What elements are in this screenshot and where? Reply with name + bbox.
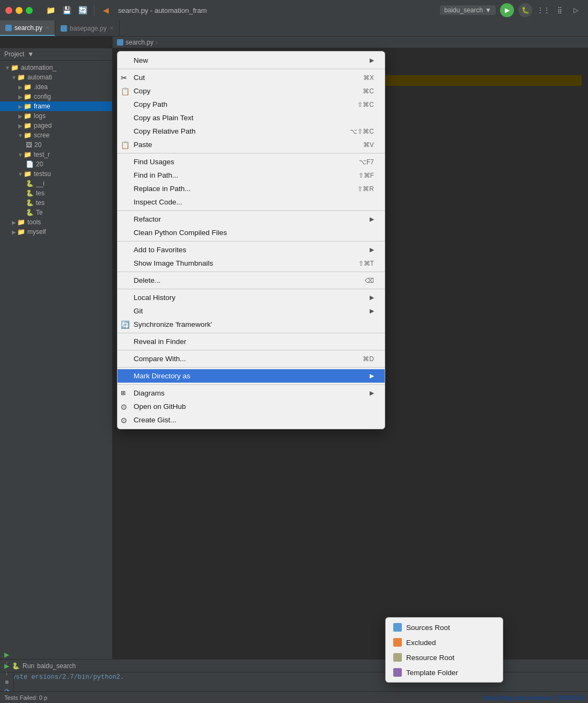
menu-item-inspect[interactable]: Inspect Code... xyxy=(117,195,385,209)
menu-item-paste[interactable]: 📋 Paste ⌘V xyxy=(117,138,385,151)
menu-label-open-github: Open on GitHub xyxy=(134,402,186,411)
shortcut-compare: ⌘D xyxy=(352,355,374,363)
menu-label-diagrams: Diagrams xyxy=(134,389,165,397)
copy-icon: 📋 xyxy=(121,87,130,96)
menu-item-copy[interactable]: 📋 Copy ⌘C xyxy=(117,84,385,98)
submenu-item-excluded[interactable]: Excluded xyxy=(386,635,503,650)
menu-sep-1 xyxy=(117,69,385,69)
menu-label-delete: Delete... xyxy=(134,276,160,284)
shortcut-delete: ⌫ xyxy=(354,277,374,284)
menu-label-copy: Copy xyxy=(134,87,151,95)
shortcut-thumbnails: ⇧⌘T xyxy=(348,260,374,267)
github-icon-gist: ⊙ xyxy=(121,416,127,424)
diagram-icon: ⊞ xyxy=(121,390,126,397)
submenu-arrow-refactor: ▶ xyxy=(370,216,374,223)
menu-sep-2 xyxy=(117,153,385,153)
submenu-label-sources-root: Sources Root xyxy=(406,624,450,632)
submenu-arrow-mark-dir: ▶ xyxy=(370,372,374,379)
submenu-arrow-favorites: ▶ xyxy=(370,246,374,253)
menu-item-copy-relative[interactable]: Copy Relative Path ⌥⇧⌘C xyxy=(117,125,385,138)
menu-sep-7 xyxy=(117,333,385,333)
menu-item-copy-path[interactable]: Copy Path ⇧⌘C xyxy=(117,98,385,111)
cut-icon: ✂ xyxy=(121,74,127,82)
menu-sep-5 xyxy=(117,272,385,272)
menu-sep-10 xyxy=(117,384,385,385)
submenu-label-resource-root: Resource Root xyxy=(406,654,454,662)
menu-sep-9 xyxy=(117,367,385,368)
menu-label-local-history: Local History xyxy=(134,294,175,302)
paste-icon: 📋 xyxy=(121,141,130,149)
menu-label-copy-path: Copy Path xyxy=(134,100,167,108)
context-menu-overlay: New ▶ ✂ Cut ⌘X 📋 Copy ⌘C Copy Path ⇧⌘C C… xyxy=(0,0,588,703)
menu-item-clean[interactable]: Clean Python Compiled Files xyxy=(117,226,385,239)
menu-item-synchronize[interactable]: 🔄 Synchronize 'framework' xyxy=(117,318,385,331)
submenu-arrow-new: ▶ xyxy=(370,57,374,64)
menu-item-open-github[interactable]: ⊙ Open on GitHub xyxy=(117,400,385,413)
menu-item-refactor[interactable]: Refactor ▶ xyxy=(117,213,385,226)
github-icon-open: ⊙ xyxy=(121,402,127,411)
menu-item-find-usages[interactable]: Find Usages ⌥F7 xyxy=(117,155,385,169)
menu-sep-8 xyxy=(117,350,385,350)
shortcut-cut: ⌘X xyxy=(352,74,374,82)
submenu-arrow-local-history: ▶ xyxy=(370,294,374,301)
menu-label-copy-relative: Copy Relative Path xyxy=(134,127,196,135)
menu-sep-6 xyxy=(117,289,385,289)
menu-item-copy-plain[interactable]: Copy as Plain Text xyxy=(117,111,385,125)
menu-label-compare: Compare With... xyxy=(134,355,186,363)
menu-item-new[interactable]: New ▶ xyxy=(117,54,385,67)
menu-item-local-history[interactable]: Local History ▶ xyxy=(117,291,385,304)
menu-label-inspect: Inspect Code... xyxy=(134,198,182,206)
menu-item-git[interactable]: Git ▶ xyxy=(117,304,385,318)
menu-label-find-usages: Find Usages xyxy=(134,158,174,166)
submenu-mark-dir[interactable]: Sources Root Excluded Resource Root Temp… xyxy=(385,617,503,683)
menu-label-thumbnails: Show Image Thumbnails xyxy=(134,259,213,267)
menu-sep-3 xyxy=(117,210,385,211)
submenu-label-excluded: Excluded xyxy=(406,639,436,647)
submenu-item-resource-root[interactable]: Resource Root xyxy=(386,650,503,665)
menu-item-favorites[interactable]: Add to Favorites ▶ xyxy=(117,243,385,257)
submenu-arrow-diagrams: ▶ xyxy=(370,390,374,397)
menu-label-mark-dir: Mark Directory as xyxy=(134,372,190,380)
menu-item-delete[interactable]: Delete... ⌫ xyxy=(117,274,385,287)
shortcut-find-path: ⇧⌘F xyxy=(348,172,374,179)
menu-sep-4 xyxy=(117,241,385,241)
menu-item-mark-dir[interactable]: Mark Directory as ▶ xyxy=(117,369,385,383)
menu-label-refactor: Refactor xyxy=(134,215,161,223)
menu-item-replace-path[interactable]: Replace in Path... ⇧⌘R xyxy=(117,182,385,195)
submenu-label-template-folder: Template Folder xyxy=(406,669,458,677)
shortcut-replace-path: ⇧⌘R xyxy=(347,185,374,193)
menu-item-find-path[interactable]: Find in Path... ⇧⌘F xyxy=(117,169,385,182)
menu-label-new: New xyxy=(134,56,148,64)
excluded-icon xyxy=(393,638,402,647)
menu-item-reveal[interactable]: Reveal in Finder xyxy=(117,335,385,348)
menu-label-paste: Paste xyxy=(134,141,152,149)
shortcut-paste: ⌘V xyxy=(352,141,374,149)
menu-label-create-gist: Create Gist... xyxy=(134,416,177,424)
menu-item-diagrams[interactable]: ⊞ Diagrams ▶ xyxy=(117,386,385,400)
menu-item-cut[interactable]: ✂ Cut ⌘X xyxy=(117,71,385,84)
menu-item-thumbnails[interactable]: Show Image Thumbnails ⇧⌘T xyxy=(117,257,385,270)
menu-label-clean: Clean Python Compiled Files xyxy=(134,229,227,237)
menu-label-git: Git xyxy=(134,307,143,315)
template-folder-icon xyxy=(393,668,402,677)
menu-label-favorites: Add to Favorites xyxy=(134,246,186,254)
menu-label-replace-path: Replace in Path... xyxy=(134,185,191,193)
menu-label-copy-plain: Copy as Plain Text xyxy=(134,114,194,122)
menu-label-find-path: Find in Path... xyxy=(134,171,178,179)
shortcut-copy-path: ⇧⌘C xyxy=(347,101,374,108)
menu-item-compare[interactable]: Compare With... ⌘D xyxy=(117,352,385,365)
shortcut-copy-relative: ⌥⇧⌘C xyxy=(339,128,374,135)
menu-label-cut: Cut xyxy=(134,74,145,82)
sources-root-icon xyxy=(393,623,402,632)
shortcut-copy: ⌘C xyxy=(352,87,374,95)
menu-label-reveal: Reveal in Finder xyxy=(134,338,186,346)
submenu-item-template-folder[interactable]: Template Folder xyxy=(386,665,503,680)
shortcut-find-usages: ⌥F7 xyxy=(348,158,374,166)
sync-icon: 🔄 xyxy=(121,320,130,329)
submenu-item-sources-root[interactable]: Sources Root xyxy=(386,620,503,635)
resource-root-icon xyxy=(393,653,402,662)
context-menu[interactable]: New ▶ ✂ Cut ⌘X 📋 Copy ⌘C Copy Path ⇧⌘C C… xyxy=(117,51,385,429)
submenu-arrow-git: ▶ xyxy=(370,307,374,314)
menu-item-create-gist[interactable]: ⊙ Create Gist... xyxy=(117,413,385,427)
menu-label-synchronize: Synchronize 'framework' xyxy=(134,320,212,328)
